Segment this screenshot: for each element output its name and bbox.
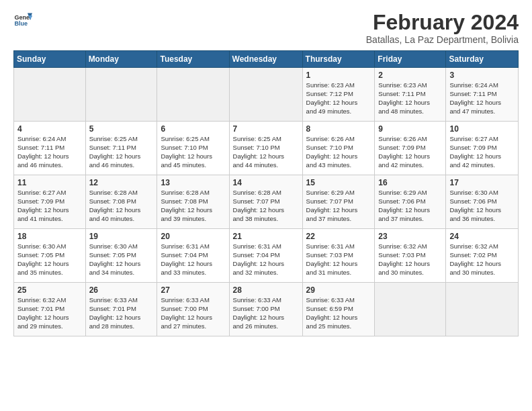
calendar-cell: 10Sunrise: 6:27 AMSunset: 7:09 PMDayligh… [446,122,519,175]
day-info: Sunrise: 6:33 AMSunset: 7:00 PMDaylight:… [161,296,225,330]
day-number: 25 [17,285,82,295]
day-number: 22 [306,232,371,241]
calendar-cell: 17Sunrise: 6:30 AMSunset: 7:06 PMDayligh… [446,175,519,229]
day-info: Sunrise: 6:30 AMSunset: 7:05 PMDaylight:… [17,242,82,277]
day-number: 27 [161,285,225,295]
calendar-cell: 16Sunrise: 6:29 AMSunset: 7:06 PMDayligh… [375,175,446,229]
calendar-cell: 28Sunrise: 6:33 AMSunset: 7:00 PMDayligh… [229,283,302,336]
calendar-cell [229,68,302,122]
day-number: 6 [161,124,225,134]
day-info: Sunrise: 6:33 AMSunset: 6:59 PMDaylight:… [306,296,371,330]
title-block: February 2024 Batallas, La Paz Departmen… [366,11,519,45]
calendar-cell [157,68,229,122]
day-of-week-header: Sunday [14,51,86,68]
day-of-week-header: Thursday [302,51,375,68]
day-number: 28 [233,285,299,295]
day-number: 1 [306,71,371,80]
day-number: 9 [378,124,442,134]
day-info: Sunrise: 6:28 AMSunset: 7:08 PMDaylight:… [161,189,225,223]
calendar-cell: 7Sunrise: 6:25 AMSunset: 7:10 PMDaylight… [229,122,302,175]
calendar-cell: 25Sunrise: 6:32 AMSunset: 7:01 PMDayligh… [14,283,86,336]
day-of-week-header: Wednesday [229,51,302,68]
day-number: 18 [17,232,82,241]
calendar-cell: 2Sunrise: 6:23 AMSunset: 7:11 PMDaylight… [375,68,446,122]
calendar-cell: 24Sunrise: 6:32 AMSunset: 7:02 PMDayligh… [446,229,519,283]
day-of-week-header: Friday [375,51,446,68]
day-number: 2 [378,71,442,80]
day-number: 26 [89,285,154,295]
day-info: Sunrise: 6:30 AMSunset: 7:05 PMDaylight:… [89,242,154,277]
logo-icon: General Blue [13,11,32,30]
day-info: Sunrise: 6:25 AMSunset: 7:11 PMDaylight:… [89,135,154,169]
main-title: February 2024 [366,11,519,34]
day-number: 24 [449,232,515,241]
day-info: Sunrise: 6:28 AMSunset: 7:08 PMDaylight:… [89,189,154,223]
calendar-cell: 6Sunrise: 6:25 AMSunset: 7:10 PMDaylight… [157,122,229,175]
day-number: 14 [233,178,299,187]
day-info: Sunrise: 6:23 AMSunset: 7:11 PMDaylight:… [378,81,442,116]
day-info: Sunrise: 6:26 AMSunset: 7:09 PMDaylight:… [378,135,442,169]
day-number: 5 [89,124,154,134]
calendar-cell: 9Sunrise: 6:26 AMSunset: 7:09 PMDaylight… [375,122,446,175]
day-info: Sunrise: 6:23 AMSunset: 7:12 PMDaylight:… [306,81,371,116]
calendar-cell: 20Sunrise: 6:31 AMSunset: 7:04 PMDayligh… [157,229,229,283]
day-info: Sunrise: 6:31 AMSunset: 7:04 PMDaylight:… [161,242,225,277]
calendar-cell [375,283,446,336]
calendar-cell: 29Sunrise: 6:33 AMSunset: 6:59 PMDayligh… [302,283,375,336]
calendar-cell: 5Sunrise: 6:25 AMSunset: 7:11 PMDaylight… [85,122,157,175]
day-number: 10 [449,124,515,134]
calendar-cell: 1Sunrise: 6:23 AMSunset: 7:12 PMDaylight… [302,68,375,122]
page-header: General Blue February 2024 Batallas, La … [13,11,519,45]
day-of-week-header: Monday [85,51,157,68]
calendar-cell: 3Sunrise: 6:24 AMSunset: 7:11 PMDaylight… [446,68,519,122]
day-number: 23 [378,232,442,241]
day-info: Sunrise: 6:27 AMSunset: 7:09 PMDaylight:… [17,189,82,223]
calendar-cell: 22Sunrise: 6:31 AMSunset: 7:03 PMDayligh… [302,229,375,283]
day-info: Sunrise: 6:24 AMSunset: 7:11 PMDaylight:… [17,135,82,169]
calendar-cell [14,68,86,122]
calendar-cell: 13Sunrise: 6:28 AMSunset: 7:08 PMDayligh… [157,175,229,229]
calendar-cell [446,283,519,336]
day-info: Sunrise: 6:25 AMSunset: 7:10 PMDaylight:… [161,135,225,169]
day-number: 16 [378,178,442,187]
day-info: Sunrise: 6:24 AMSunset: 7:11 PMDaylight:… [449,81,515,116]
day-info: Sunrise: 6:33 AMSunset: 7:00 PMDaylight:… [233,296,299,330]
calendar-cell: 8Sunrise: 6:26 AMSunset: 7:10 PMDaylight… [302,122,375,175]
day-number: 3 [449,71,515,80]
day-info: Sunrise: 6:31 AMSunset: 7:04 PMDaylight:… [233,242,299,277]
calendar-cell: 4Sunrise: 6:24 AMSunset: 7:11 PMDaylight… [14,122,86,175]
calendar-cell: 21Sunrise: 6:31 AMSunset: 7:04 PMDayligh… [229,229,302,283]
day-of-week-header: Saturday [446,51,519,68]
day-info: Sunrise: 6:31 AMSunset: 7:03 PMDaylight:… [306,242,371,277]
day-number: 17 [449,178,515,187]
day-info: Sunrise: 6:32 AMSunset: 7:03 PMDaylight:… [378,242,442,277]
day-number: 8 [306,124,371,134]
day-number: 11 [17,178,82,187]
day-info: Sunrise: 6:32 AMSunset: 7:02 PMDaylight:… [449,242,515,277]
calendar-cell: 12Sunrise: 6:28 AMSunset: 7:08 PMDayligh… [85,175,157,229]
calendar-cell: 26Sunrise: 6:33 AMSunset: 7:01 PMDayligh… [85,283,157,336]
calendar-cell: 27Sunrise: 6:33 AMSunset: 7:00 PMDayligh… [157,283,229,336]
day-number: 20 [161,232,225,241]
day-info: Sunrise: 6:32 AMSunset: 7:01 PMDaylight:… [17,296,82,330]
calendar-cell: 23Sunrise: 6:32 AMSunset: 7:03 PMDayligh… [375,229,446,283]
day-number: 19 [89,232,154,241]
calendar-cell: 19Sunrise: 6:30 AMSunset: 7:05 PMDayligh… [85,229,157,283]
day-number: 7 [233,124,299,134]
calendar-cell: 15Sunrise: 6:29 AMSunset: 7:07 PMDayligh… [302,175,375,229]
day-info: Sunrise: 6:33 AMSunset: 7:01 PMDaylight:… [89,296,154,330]
day-number: 12 [89,178,154,187]
day-info: Sunrise: 6:27 AMSunset: 7:09 PMDaylight:… [449,135,515,169]
day-info: Sunrise: 6:30 AMSunset: 7:06 PMDaylight:… [449,189,515,223]
logo: General Blue [13,11,32,30]
svg-text:Blue: Blue [14,20,28,27]
subtitle: Batallas, La Paz Department, Bolivia [366,34,519,45]
day-number: 29 [306,285,371,295]
day-info: Sunrise: 6:25 AMSunset: 7:10 PMDaylight:… [233,135,299,169]
calendar-table: SundayMondayTuesdayWednesdayThursdayFrid… [13,50,519,336]
day-of-week-header: Tuesday [157,51,229,68]
calendar-cell: 11Sunrise: 6:27 AMSunset: 7:09 PMDayligh… [14,175,86,229]
day-number: 15 [306,178,371,187]
day-number: 13 [161,178,225,187]
day-info: Sunrise: 6:28 AMSunset: 7:07 PMDaylight:… [233,189,299,223]
